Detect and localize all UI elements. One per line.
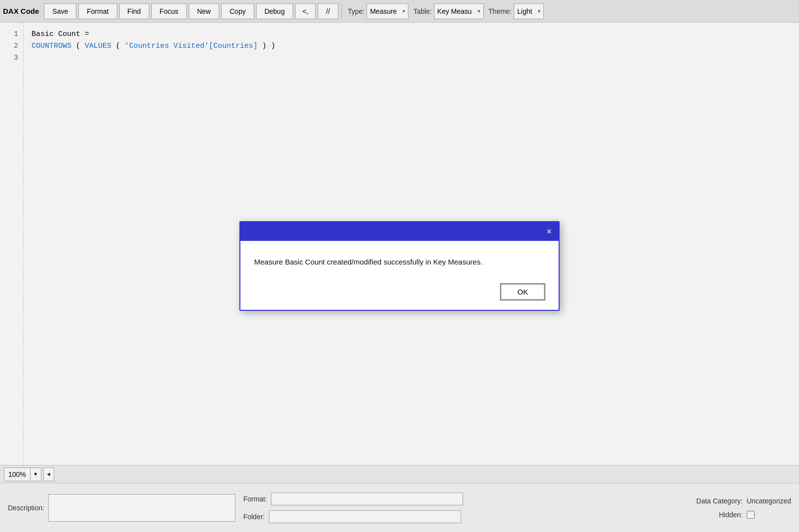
modal-message: Measure Basic Count created/modified suc… xyxy=(254,257,545,268)
modal-overlay: × Measure Basic Count created/modified s… xyxy=(0,0,799,532)
modal-ok-button[interactable]: OK xyxy=(500,284,545,300)
modal-body: Measure Basic Count created/modified suc… xyxy=(240,241,559,280)
modal-titlebar: × xyxy=(240,222,559,241)
modal-dialog: × Measure Basic Count created/modified s… xyxy=(239,221,560,311)
modal-footer: OK xyxy=(240,280,559,310)
modal-close-button[interactable]: × xyxy=(544,227,554,236)
